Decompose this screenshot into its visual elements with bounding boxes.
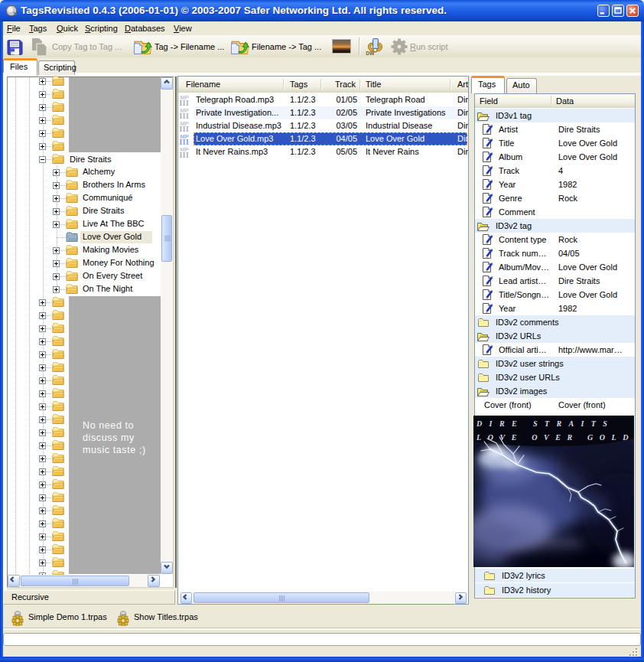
svg-text:III: III — [180, 139, 190, 145]
svg-text:LOVE OVER GOLD: LOVE OVER GOLD — [476, 433, 634, 442]
svg-text:III: III — [180, 99, 190, 106]
svg-text:III: III — [180, 126, 190, 132]
svg-text:DW: DW — [366, 51, 376, 56]
svg-text:III: III — [180, 113, 190, 119]
svg-text:III: III — [180, 152, 190, 158]
svg-text:DIRE STRAITS: DIRE STRAITS — [476, 419, 614, 428]
